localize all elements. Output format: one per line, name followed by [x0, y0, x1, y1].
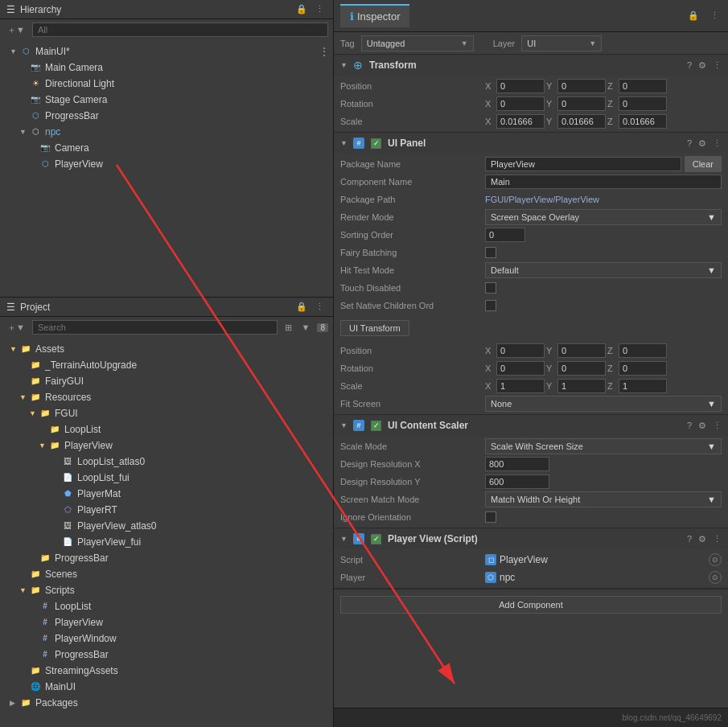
rot-y-input[interactable] — [557, 97, 606, 111]
package-name-input[interactable] — [485, 157, 681, 171]
uipanel-enable-checkbox[interactable]: ✓ — [371, 138, 381, 149]
rot-x-input[interactable] — [496, 97, 545, 111]
uit-sy-input[interactable] — [557, 379, 606, 393]
sorting-order-input[interactable] — [485, 228, 525, 242]
proj-item-packages[interactable]: ▶ 📁 Packages — [0, 695, 333, 711]
sc-x-input[interactable] — [496, 114, 545, 129]
hierarchy-item-stagecamera[interactable]: 📷 Stage Camera — [0, 92, 333, 108]
project-filter-btn[interactable]: ▼ — [299, 322, 313, 333]
proj-item-terrain[interactable]: 📁 _TerrainAutoUpgrade — [0, 357, 333, 373]
uipanel-more-icon[interactable]: ⋮ — [713, 138, 722, 149]
proj-item-playerwindow-cs[interactable]: # PlayerWindow — [0, 630, 333, 647]
uit-pz-input[interactable] — [619, 343, 667, 358]
hierarchy-more-icon[interactable]: ⋮ — [313, 3, 327, 15]
proj-item-pvfui[interactable]: 📄 PlayerView_fui — [0, 534, 333, 550]
uipanel-settings-icon[interactable]: ⚙ — [698, 138, 706, 149]
transform-help-icon[interactable]: ? — [687, 60, 692, 71]
set-native-checkbox[interactable] — [485, 300, 496, 311]
render-mode-dropdown[interactable]: Screen Space Overlay ▼ — [485, 209, 722, 225]
component-name-input[interactable] — [485, 175, 722, 189]
uiscaler-header[interactable]: ▼ # ✓ UI Content Scaler ? ⚙ ⋮ — [334, 415, 728, 436]
proj-item-loopatlas[interactable]: 🖼 LoopList_atlas0 — [0, 454, 333, 470]
proj-item-playerrt[interactable]: ⬠ PlayerRT — [0, 502, 333, 518]
design-res-x-input[interactable] — [485, 457, 549, 471]
sc-y-input[interactable] — [557, 114, 606, 129]
design-res-y-input[interactable] — [485, 474, 549, 489]
proj-item-scenes[interactable]: 📁 Scenes — [0, 566, 333, 582]
pvscript-settings-icon[interactable]: ⚙ — [698, 534, 706, 544]
proj-item-fgui[interactable]: ▼ 📁 FGUI — [0, 405, 333, 421]
script-circle-btn[interactable]: ⊙ — [709, 553, 722, 566]
add-project-btn[interactable]: ＋▼ — [5, 321, 27, 335]
mainui-3dot[interactable]: ⋮ — [319, 45, 330, 58]
clear-button[interactable]: Clear — [685, 156, 722, 172]
transform-more-icon[interactable]: ⋮ — [713, 60, 722, 71]
proj-item-assets[interactable]: ▼ 📁 Assets — [0, 341, 333, 357]
fairy-batching-checkbox[interactable] — [485, 247, 496, 258]
project-search-input[interactable] — [32, 320, 278, 335]
proj-item-playermat[interactable]: ⬟ PlayerMat — [0, 486, 333, 502]
proj-item-resources[interactable]: ▼ 📁 Resources — [0, 389, 333, 405]
scale-mode-dropdown[interactable]: Scale With Screen Size ▼ — [485, 438, 722, 454]
inspector-more-icon[interactable]: ⋮ — [708, 10, 722, 22]
playerview-script-header[interactable]: ▼ # ✓ Player View (Script) ? ⚙ ⋮ — [334, 528, 728, 549]
uit-px-input[interactable] — [496, 343, 545, 358]
uit-sz-input[interactable] — [619, 379, 667, 393]
uiscaler-settings-icon[interactable]: ⚙ — [698, 421, 706, 431]
sc-z-input[interactable] — [619, 114, 667, 129]
pos-x-input[interactable] — [496, 79, 545, 93]
uipanel-header[interactable]: ▼ # ✓ UI Panel ? ⚙ ⋮ — [334, 133, 728, 154]
uit-py-input[interactable] — [557, 343, 606, 358]
hierarchy-item-npc[interactable]: ▼ ⬡ npc — [0, 124, 333, 140]
hierarchy-item-progressbar[interactable]: ⬡ ProgressBar — [0, 108, 333, 124]
uiscaler-enable-checkbox[interactable]: ✓ — [371, 421, 381, 431]
pvscript-help-icon[interactable]: ? — [687, 534, 692, 544]
proj-item-playerview-folder[interactable]: ▼ 📁 PlayerView — [0, 437, 333, 454]
inspector-lock-icon[interactable]: 🔒 — [685, 10, 701, 22]
proj-item-looplist-cs[interactable]: # LoopList — [0, 598, 333, 614]
tag-dropdown[interactable]: Untagged ▼ — [361, 35, 474, 51]
hierarchy-item-maincamera[interactable]: 📷 Main Camera — [0, 60, 333, 76]
pvscript-more-icon[interactable]: ⋮ — [713, 534, 722, 544]
uiscaler-help-icon[interactable]: ? — [687, 421, 692, 431]
pos-y-input[interactable] — [557, 79, 606, 93]
uit-ry-input[interactable] — [557, 361, 606, 376]
ignore-orient-checkbox[interactable] — [485, 511, 496, 523]
hierarchy-item-camera[interactable]: 📷 Camera — [0, 140, 333, 156]
screen-match-dropdown[interactable]: Match Width Or Height ▼ — [485, 491, 722, 507]
proj-item-fairygui[interactable]: 📁 FairyGUI — [0, 373, 333, 389]
hierarchy-lock-icon[interactable]: 🔒 — [294, 3, 310, 15]
hierarchy-item-mainui[interactable]: ▼ ⬡ MainUI* ⋮ — [0, 43, 333, 60]
proj-item-streaming[interactable]: 📁 StreamingAssets — [0, 663, 333, 679]
player-circle-btn[interactable]: ⊙ — [709, 571, 722, 584]
rot-z-input[interactable] — [619, 97, 667, 111]
project-lock-icon[interactable]: 🔒 — [294, 301, 310, 313]
uit-sx-input[interactable] — [496, 379, 545, 393]
transform-header[interactable]: ▼ ⊕ Transform ? ⚙ ⋮ — [334, 55, 728, 76]
proj-item-playerview-cs[interactable]: # PlayerView — [0, 614, 333, 630]
add-hierarchy-btn[interactable]: ＋▼ — [5, 23, 27, 37]
uiscaler-more-icon[interactable]: ⋮ — [713, 421, 722, 431]
proj-item-progressbar-folder[interactable]: 📁 ProgressBar — [0, 550, 333, 566]
add-component-button[interactable]: Add Component — [340, 596, 722, 614]
hierarchy-item-playerview[interactable]: ⬡ PlayerView — [0, 156, 333, 172]
fit-screen-dropdown[interactable]: None ▼ — [485, 396, 722, 412]
project-more-icon[interactable]: ⋮ — [313, 301, 327, 313]
uit-rz-input[interactable] — [619, 361, 667, 376]
pvscript-enable-checkbox[interactable]: ✓ — [371, 534, 381, 544]
project-view-btn[interactable]: ⊞ — [282, 322, 294, 334]
project-menu-icon[interactable]: ☰ — [6, 302, 15, 313]
proj-item-looplist[interactable]: 📁 LoopList — [0, 421, 333, 437]
proj-item-pvatlaso[interactable]: 🖼 PlayerView_atlas0 — [0, 518, 333, 534]
transform-settings-icon[interactable]: ⚙ — [698, 60, 706, 71]
inspector-tab[interactable]: ℹ Inspector — [340, 4, 409, 27]
proj-item-loopfui[interactable]: 📄 LoopList_fui — [0, 470, 333, 486]
pos-z-input[interactable] — [619, 79, 667, 93]
touch-disabled-checkbox[interactable] — [485, 282, 496, 294]
hit-test-dropdown[interactable]: Default ▼ — [485, 262, 722, 278]
hierarchy-menu-icon[interactable]: ☰ — [6, 4, 15, 15]
uit-rx-input[interactable] — [496, 361, 545, 376]
uipanel-help-icon[interactable]: ? — [687, 138, 692, 149]
proj-item-mainui-asset[interactable]: 🌐 MainUI — [0, 679, 333, 695]
proj-item-progressbar-cs[interactable]: # ProgressBar — [0, 647, 333, 663]
